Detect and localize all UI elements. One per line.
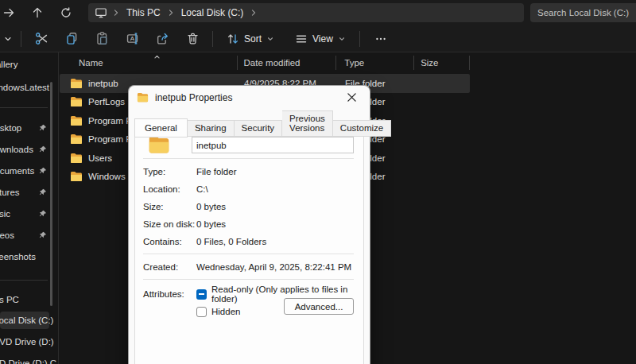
property-row-created: Created: Wednesday, April 9, 2025, 8:22:… <box>143 258 355 276</box>
file-name: Users <box>88 153 112 163</box>
sort-button[interactable]: Sort <box>219 28 281 50</box>
pin-icon <box>39 124 47 132</box>
view-label: View <box>312 33 333 45</box>
folder-name-input[interactable] <box>192 137 354 153</box>
up-button[interactable] <box>27 2 48 23</box>
breadcrumb-local-disk[interactable]: Local Disk (C:) <box>178 7 247 18</box>
toolbar-divider <box>21 31 21 47</box>
chevron-right-icon <box>112 9 120 17</box>
tab-sharing[interactable]: Sharing <box>188 120 235 137</box>
new-button-overflow[interactable] <box>0 34 16 44</box>
chevron-right-icon <box>250 9 258 17</box>
folder-icon <box>70 133 83 145</box>
pin-icon <box>39 145 47 153</box>
property-row-type: Type: File folder <box>143 163 355 180</box>
forward-button[interactable] <box>0 2 19 23</box>
more-icon <box>374 33 387 45</box>
column-header-date-modified[interactable]: Date modified <box>237 56 336 70</box>
delete-button[interactable] <box>177 28 207 50</box>
close-icon <box>347 93 356 102</box>
breadcrumb-this-pc[interactable]: This PC <box>123 7 164 18</box>
property-row-size: Size: 0 bytes <box>143 198 355 215</box>
sort-label: Sort <box>244 33 262 45</box>
readonly-checkbox[interactable] <box>196 289 207 300</box>
column-headers: Name Date modified Type Size <box>60 52 470 72</box>
forward-arrow-icon <box>2 6 15 19</box>
sidebar-item-local-disk-c[interactable]: Local Disk (C:) <box>0 310 59 331</box>
tab-general[interactable]: General <box>134 118 188 137</box>
separator <box>143 158 354 159</box>
sidebar-item-gallery[interactable]: Gallery <box>0 54 59 75</box>
share-button[interactable] <box>147 28 177 50</box>
column-header-type[interactable]: Type <box>335 56 413 70</box>
sidebar-divider <box>0 107 48 108</box>
folder-icon <box>70 95 83 108</box>
more-options-button[interactable] <box>368 28 394 50</box>
folder-icon <box>70 114 83 127</box>
chevron-down-icon <box>3 34 13 44</box>
tab-security[interactable]: Security <box>235 120 283 137</box>
folder-icon <box>70 170 83 183</box>
view-button[interactable]: View <box>288 28 353 50</box>
share-icon <box>156 32 169 45</box>
sort-ascending-icon <box>153 53 161 60</box>
view-icon <box>295 33 308 45</box>
sidebar-item-dvd-drive-d-2[interactable]: DVD Drive (D:) C <box>0 353 59 364</box>
chevron-right-icon <box>167 9 175 17</box>
column-header-size[interactable]: Size <box>413 56 469 70</box>
copy-button[interactable] <box>56 28 87 50</box>
hidden-checkbox[interactable] <box>196 307 207 317</box>
cut-icon <box>35 32 48 45</box>
search-placeholder: Search Local Disk (C:) <box>537 8 629 17</box>
sidebar-divider <box>0 280 48 281</box>
column-header-name[interactable]: Name <box>60 56 237 70</box>
pin-icon <box>39 231 47 239</box>
file-name: Windows <box>88 172 126 181</box>
monitor-icon <box>95 6 107 19</box>
refresh-icon <box>60 6 72 19</box>
sidebar-scrollbar[interactable] <box>50 82 52 306</box>
column-divider <box>469 56 470 70</box>
dialog-title: inetpub Properties <box>155 92 232 103</box>
rename-icon: A <box>126 32 139 45</box>
chevron-down-icon <box>266 35 274 43</box>
tab-previous-versions[interactable]: Previous Versions <box>282 110 333 137</box>
file-name: inetpub <box>88 79 118 88</box>
paste-icon <box>95 32 109 45</box>
up-arrow-icon <box>31 6 44 19</box>
general-tab-page: Type: File folder Location: C:\ Size: 0 … <box>134 122 364 364</box>
advanced-button[interactable]: Advanced... <box>284 298 354 315</box>
separator <box>143 279 354 280</box>
cut-button[interactable] <box>26 28 56 50</box>
close-button[interactable] <box>341 89 362 106</box>
copy-icon <box>65 32 79 45</box>
toolbar-divider <box>212 31 213 47</box>
file-name: PerfLogs <box>88 97 125 106</box>
property-row-size-on-disk: Size on disk: 0 bytes <box>143 215 355 233</box>
properties-dialog: inetpub Properties General Sharing Secur… <box>128 85 370 364</box>
refresh-button[interactable] <box>56 2 76 23</box>
sidebar-item-dvd-drive-d[interactable]: DVD Drive (D:) <box>0 331 59 352</box>
tab-customize[interactable]: Customize <box>333 120 391 137</box>
hidden-label: Hidden <box>211 307 240 316</box>
folder-icon <box>70 152 83 165</box>
separator <box>143 254 354 254</box>
pin-icon <box>39 167 47 175</box>
search-input[interactable]: Search Local Disk (C:) <box>530 3 636 22</box>
dialog-titlebar[interactable]: inetpub Properties <box>129 86 370 109</box>
navigation-pane: Gallery WindowsLatest Desktop Downloads … <box>0 52 59 364</box>
property-row-location: Location: C:\ <box>143 180 355 198</box>
rename-button[interactable]: A <box>117 28 147 50</box>
folder-icon <box>137 91 149 103</box>
delete-icon <box>186 32 200 45</box>
pin-icon <box>39 210 47 218</box>
sort-icon <box>227 33 239 45</box>
paste-button[interactable] <box>87 28 117 50</box>
navigation-bar: This PC Local Disk (C:) Search Local Dis… <box>0 0 636 25</box>
chevron-down-icon <box>338 35 346 43</box>
svg-text:A: A <box>130 35 134 42</box>
address-bar[interactable]: This PC Local Disk (C:) <box>88 3 524 22</box>
folder-icon <box>70 77 83 90</box>
property-row-contains: Contains: 0 Files, 0 Folders <box>143 233 355 250</box>
pin-icon <box>39 188 47 196</box>
